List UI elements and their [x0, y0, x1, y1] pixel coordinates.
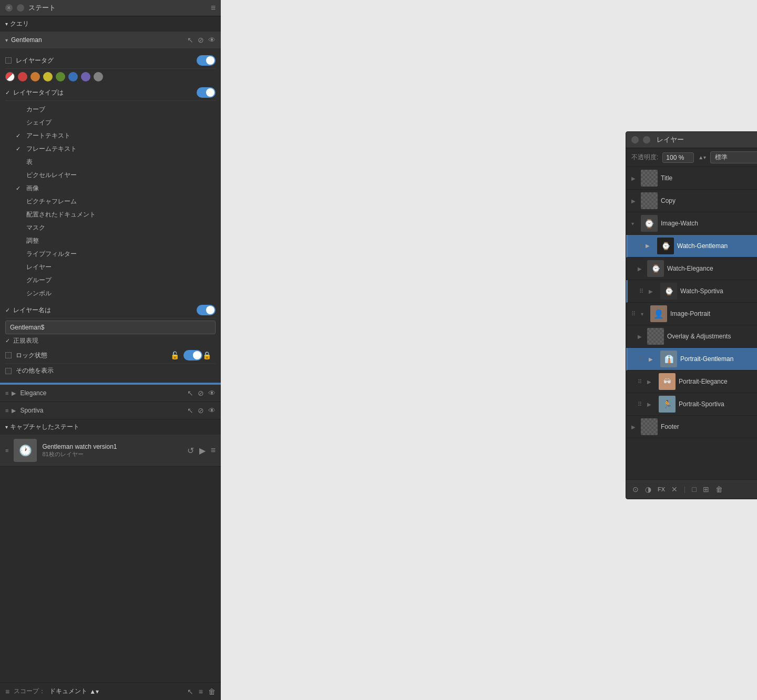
regex-row: ✓ 正規表現 — [5, 334, 216, 347]
captured-actions: ↺ ▶ ≡ — [187, 446, 216, 456]
group-icon[interactable]: □ — [691, 484, 697, 495]
type-group[interactable]: グループ — [5, 274, 216, 287]
expand-icon: ▶ — [631, 176, 638, 181]
grid-icon-sportiva: ⠿ — [639, 288, 643, 295]
type-livefilter[interactable]: ライブフィルター — [5, 248, 216, 261]
lock-toggle[interactable] — [183, 350, 202, 361]
layer-item-footer[interactable]: ▶ Footer — [626, 416, 757, 438]
layer-tag-label: レイヤータグ — [16, 56, 197, 65]
layer-item-watch-gentleman[interactable]: ⠿ ▶ ⌚ Watch-Gentleman — [626, 235, 757, 258]
gentleman-header[interactable]: ▾ Gentleman ↖ ⊘ 👁 — [0, 32, 221, 48]
mask-icon[interactable]: ◑ — [644, 484, 652, 495]
select-icon[interactable]: ↖ — [187, 36, 193, 44]
play-icon[interactable]: ▶ — [199, 446, 206, 456]
layer-item-image-watch[interactable]: ▾ ⌚ Image-Watch — [626, 212, 757, 235]
layer-item-title[interactable]: ▶ Title — [626, 167, 757, 190]
footer-grid-icon[interactable]: ≡ — [199, 687, 203, 696]
layer-item-watch-sportiva[interactable]: ⠿ ▶ ⌚ Watch-Sportiva — [626, 280, 757, 303]
elegance-select-icon[interactable]: ↖ — [187, 389, 193, 397]
query-label: クエリ — [10, 19, 29, 28]
layer-tag-checkbox[interactable] — [5, 57, 12, 64]
footer-delete-icon[interactable]: 🗑 — [208, 687, 216, 696]
layer-name-toggle[interactable] — [197, 305, 216, 315]
layer-item-overlay[interactable]: ▶ Overlay & Adjustments — [626, 325, 757, 348]
layer-name-gentleman: Watch-Gentleman — [677, 242, 757, 250]
sportiva-eye-icon[interactable]: 👁 — [208, 406, 216, 415]
color-dot-orange[interactable] — [30, 72, 40, 81]
layer-type-toggle[interactable] — [197, 87, 216, 98]
panel-footer: ≡ スコープ： ドキュメント ▲▾ ↖ ≡ 🗑 — [0, 682, 221, 700]
layer-icons-portrait: ⠿ — [631, 311, 636, 317]
layer-name-input[interactable] — [5, 321, 216, 334]
type-frametext[interactable]: ✓ フレームテキスト — [5, 142, 216, 156]
type-pictureframe[interactable]: ピクチャフレーム — [5, 195, 216, 208]
revert-icon[interactable]: ↺ — [187, 446, 194, 456]
type-adjustment[interactable]: 調整 — [5, 234, 216, 248]
opacity-value[interactable]: 100 % — [662, 152, 694, 163]
type-symbol[interactable]: シンボル — [5, 287, 216, 300]
chevron-icon: ▾ — [5, 21, 8, 27]
layer-name-overlay: Overlay & Adjustments — [667, 333, 757, 340]
color-dot-green[interactable] — [56, 72, 65, 81]
type-mask[interactable]: マスク — [5, 221, 216, 234]
delete-layer-icon[interactable]: 🗑 — [714, 484, 724, 495]
grid-icon-gentleman: ⠿ — [639, 243, 643, 250]
color-dot-purple[interactable] — [81, 72, 90, 81]
elegance-eye-icon[interactable]: 👁 — [208, 389, 216, 397]
layer-name-portrait: Image-Portrait — [670, 310, 757, 317]
fx-icon[interactable]: FX — [657, 485, 666, 493]
layers-close-button[interactable] — [631, 136, 639, 143]
type-image[interactable]: ✓ 画像 — [5, 182, 216, 195]
layer-name-row: ✓ レイヤー名は — [5, 302, 216, 318]
scope-value[interactable]: ドキュメント ▲▾ — [49, 687, 99, 696]
sportiva-filter-icon[interactable]: ⊘ — [198, 406, 204, 415]
layer-item-portrait-gentleman[interactable]: ⠿ ▶ 👔 Portrait-Gentleman — [626, 348, 757, 370]
scope-chevron: ▲▾ — [89, 688, 99, 695]
expand-icon-elegance: ▶ — [638, 266, 644, 272]
elegance-filter-icon[interactable]: ⊘ — [198, 389, 204, 397]
show-more-checkbox[interactable] — [5, 368, 12, 374]
eye-icon[interactable]: 👁 — [208, 36, 216, 44]
scope-label: スコープ： — [14, 687, 45, 696]
regex-label: 正規表現 — [13, 336, 38, 345]
type-placed-doc[interactable]: 配置されたドキュメント — [5, 208, 216, 221]
footer-pin-icon[interactable]: ↖ — [187, 687, 193, 696]
layers-minimize-button[interactable] — [643, 136, 650, 143]
layer-name-copy: Copy — [661, 197, 757, 204]
layer-item-copy[interactable]: ▶ Copy — [626, 190, 757, 212]
artboard-icon[interactable]: ⊞ — [702, 484, 710, 495]
layer-item-image-portrait[interactable]: ⠿ ▾ 👤 Image-Portrait — [626, 303, 757, 325]
color-dot-yellow[interactable] — [43, 72, 53, 81]
type-layer[interactable]: レイヤー — [5, 261, 216, 274]
filter-icon[interactable]: ⊘ — [198, 36, 204, 44]
more-icon[interactable]: ≡ — [211, 446, 216, 456]
color-dot-striped[interactable] — [5, 72, 15, 81]
layer-item-portrait-elegance[interactable]: ⠿ ▶ 🕶 Portrait-Elegance — [626, 370, 757, 393]
type-curve[interactable]: カーブ — [5, 103, 216, 116]
sportiva-row[interactable]: ≡ ▶ Sportiva ↖ ⊘ 👁 — [0, 402, 221, 419]
color-dot-blue[interactable] — [68, 72, 78, 81]
type-arttext[interactable]: ✓ アートテキスト — [5, 129, 216, 142]
menu-icon[interactable]: ≡ — [211, 3, 216, 13]
sportiva-select-icon[interactable]: ↖ — [187, 406, 193, 415]
cross-icon[interactable]: ✕ — [670, 484, 679, 495]
close-button[interactable]: ✕ — [5, 4, 13, 12]
minimize-button[interactable] — [17, 4, 24, 12]
layer-name-label: レイヤー名は — [13, 306, 197, 315]
type-table[interactable]: 表 — [5, 156, 216, 169]
layer-item-portrait-sportiva[interactable]: ⠿ ▶ 🏃 Portrait-Sportiva — [626, 393, 757, 416]
color-dot-gray[interactable] — [94, 72, 103, 81]
main-area: レイヤー ≡ 不透明度: 100 % ▲▾ 標準 ▲▾ ⚙ 🔒 ▶ — [221, 0, 757, 700]
blend-mode-selector[interactable]: 標準 ▲▾ — [710, 151, 757, 163]
type-shape[interactable]: シェイプ — [5, 116, 216, 129]
new-layer-copy-icon[interactable]: ⊙ — [631, 484, 640, 495]
captured-item[interactable]: ≡ 🕐 Gentleman watch version1 81枚のレイヤー ↺ … — [0, 435, 221, 467]
elegance-row[interactable]: ≡ ▶ Elegance ↖ ⊘ 👁 — [0, 385, 221, 402]
layer-type-label: レイヤータイプは — [13, 88, 197, 97]
color-dot-red[interactable] — [18, 72, 27, 81]
lock-checkbox[interactable] — [5, 352, 12, 358]
type-pixellayer[interactable]: ピクセルレイヤー — [5, 169, 216, 182]
opacity-dropdown-arrow[interactable]: ▲▾ — [698, 155, 706, 160]
layer-item-watch-elegance[interactable]: ▶ ⌚ Watch-Elegance — [626, 258, 757, 280]
layer-tag-toggle[interactable] — [197, 55, 216, 66]
